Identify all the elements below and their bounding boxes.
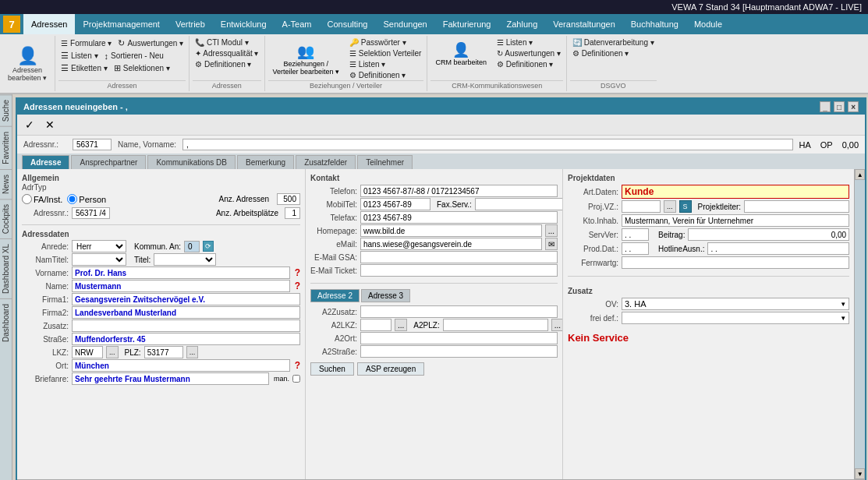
namtitel-select[interactable] — [72, 253, 126, 266]
projvz-input[interactable] — [622, 200, 661, 213]
kto-inhab-input[interactable] — [622, 214, 849, 227]
sidebar-tab-dashboard-xl[interactable]: Dashboard XL — [0, 238, 12, 298]
a2lkz-btn[interactable]: ... — [395, 319, 407, 331]
menu-item-vertrieb[interactable]: Vertrieb — [168, 14, 213, 34]
homepage-btn[interactable]: ... — [545, 224, 558, 237]
menu-item-module[interactable]: Module — [686, 14, 730, 34]
auswertungen-btn[interactable]: ↻ Auswertungen ▾ — [115, 37, 186, 49]
menu-item-buchhaltung[interactable]: Buchhaltung — [623, 14, 686, 34]
a2ort-input[interactable] — [360, 332, 558, 344]
kommun-btn[interactable]: ⟳ — [203, 241, 214, 252]
name-vorname-input[interactable] — [182, 139, 792, 150]
email-ticket-input[interactable] — [360, 264, 558, 277]
crm-bearbeiten-btn[interactable]: 👤 CRM bearbeiten — [430, 40, 491, 68]
fernwartg-input[interactable] — [622, 256, 849, 269]
tab-ansprechpartner[interactable]: Ansprechpartner — [71, 155, 146, 169]
sidebar-tab-news[interactable]: News — [0, 169, 12, 199]
tab-teilnehmer[interactable]: Teilnehmer — [357, 155, 413, 169]
close-btn[interactable]: × — [848, 101, 859, 112]
tab-adresse2[interactable]: Adresse 2 — [310, 289, 360, 302]
listen2-btn[interactable]: ☰ Listen ▾ — [347, 59, 423, 69]
definitionen4-btn[interactable]: ⚙ Definitionen ▾ — [570, 48, 657, 58]
ov-dropdown[interactable]: 3. HA ▼ — [622, 298, 849, 310]
briefanrede-input[interactable] — [72, 372, 269, 385]
minimize-btn[interactable]: _ — [820, 101, 831, 112]
firma1-input[interactable] — [72, 293, 300, 305]
menu-item-adressen[interactable]: Adressen — [23, 14, 75, 34]
scroll-down-btn[interactable]: ▼ — [855, 468, 865, 479]
definitionen2-btn[interactable]: ⚙ Definitionen ▾ — [347, 70, 423, 80]
firma2-input[interactable] — [72, 306, 300, 319]
titel-select[interactable] — [154, 253, 216, 266]
scroll-up-btn[interactable]: ▲ — [855, 169, 865, 180]
selektion-verteiler-btn[interactable]: ☰ Selektion Verteiler — [347, 48, 423, 58]
sidebar-tab-suche[interactable]: Suche — [0, 94, 12, 126]
s-btn[interactable]: S — [679, 200, 692, 213]
vorname-input[interactable] — [72, 266, 290, 279]
listen3-btn[interactable]: ☰ Listen ▾ — [494, 37, 563, 48]
telefax-input[interactable] — [360, 211, 558, 224]
definitionen-btn[interactable]: ⚙ Definitionen ▾ — [193, 59, 260, 69]
beziehungen-verteiler-btn[interactable]: 👥 Beziehungen /Verteiler bearbeiten ▾ — [268, 41, 345, 77]
suchen-btn[interactable]: Suchen — [310, 362, 354, 376]
man-checkbox[interactable] — [292, 375, 300, 383]
a2lkz-input[interactable] — [360, 319, 391, 331]
email-gsa-input[interactable] — [360, 251, 558, 263]
sidebar-tab-cockpits[interactable]: Cockpits — [0, 199, 12, 238]
tab-bemerkung[interactable]: Bemerkung — [237, 155, 294, 169]
adressqualitaet-btn[interactable]: ✦ Adressqualität ▾ — [193, 48, 260, 58]
a2plz-btn[interactable]: ... — [551, 319, 563, 331]
projvz-btn[interactable]: ... — [664, 200, 676, 213]
proddat-input[interactable] — [622, 242, 649, 255]
a2strasse-input[interactable] — [360, 345, 558, 358]
lkz-input[interactable] — [72, 346, 103, 358]
beitrag-input[interactable] — [688, 228, 849, 241]
datenverarbeitung-btn[interactable]: 🔄 Datenverarbeitung ▾ — [570, 37, 657, 48]
menu-item-sendungen[interactable]: Sendungen — [375, 14, 434, 34]
menu-item-zahlung[interactable]: Zahlung — [499, 14, 546, 34]
servver-input[interactable] — [622, 228, 649, 241]
formulare-btn[interactable]: ☰ Formulare ▾ — [58, 37, 114, 49]
menu-item-projektmanagement[interactable]: Projektmanagement — [75, 14, 167, 34]
auswertungen2-btn[interactable]: ↻ Auswertungen ▾ — [494, 48, 563, 58]
mobiltel-input[interactable] — [360, 198, 430, 210]
sortieren-btn[interactable]: ↕ Sortieren - Neu — [102, 50, 166, 62]
sidebar-tab-dashboard[interactable]: Dashboard — [0, 298, 12, 347]
definitionen3-btn[interactable]: ⚙ Definitionen ▾ — [494, 59, 563, 69]
telefon-input[interactable] — [360, 185, 558, 197]
menu-item-veranstaltungen[interactable]: Veranstaltungen — [545, 14, 623, 34]
projektleiter-input[interactable] — [744, 200, 849, 213]
confirm-btn[interactable]: ✓ — [22, 117, 37, 132]
adressen-bearbeiten-btn[interactable]: 👤 Adressenbearbeiten ▾ — [0, 36, 55, 91]
listen-btn[interactable]: ☰ Listen ▾ — [58, 50, 100, 62]
cti-modul-btn[interactable]: 📞 CTI Modul ▾ — [193, 37, 260, 48]
cancel-btn[interactable]: ✕ — [42, 117, 58, 132]
name-input[interactable] — [72, 280, 290, 292]
menu-item-consulting[interactable]: Consulting — [319, 14, 375, 34]
tab-zusatzfelder[interactable]: Zusatzfelder — [296, 155, 356, 169]
zusatz-input[interactable] — [72, 319, 300, 332]
menu-item-ateam[interactable]: A-Team — [275, 14, 320, 34]
frei-def-dropdown[interactable]: ▼ — [622, 312, 849, 324]
fax-serv-input[interactable] — [475, 198, 563, 210]
menu-item-entwicklung[interactable]: Entwicklung — [213, 14, 275, 34]
homepage-input[interactable] — [360, 224, 542, 237]
email-btn[interactable]: ✉ — [545, 238, 558, 250]
a2plz-input[interactable] — [443, 319, 548, 331]
scroll-track[interactable] — [855, 180, 865, 468]
passwoerter-btn[interactable]: 🔑 Passwörter ▾ — [347, 37, 423, 48]
strasse-input[interactable] — [72, 333, 300, 345]
radio-fa-inst[interactable]: FA/Inst. — [22, 194, 62, 204]
tab-adresse3[interactable]: Adresse 3 — [361, 289, 410, 302]
hotline-ausn-input[interactable] — [707, 242, 849, 255]
a2zusatz-input[interactable] — [360, 305, 558, 318]
maximize-btn[interactable]: □ — [834, 101, 845, 112]
tab-adresse[interactable]: Adresse — [22, 155, 69, 169]
lkz-btn[interactable]: ... — [106, 346, 119, 358]
radio-person[interactable]: Person — [67, 194, 106, 204]
plz-input[interactable] — [144, 346, 183, 358]
email-input[interactable] — [360, 238, 542, 250]
menu-item-fakturierung[interactable]: Fakturierung — [435, 14, 499, 34]
plz-btn[interactable]: ... — [186, 346, 199, 358]
art-daten-input[interactable] — [622, 185, 849, 199]
